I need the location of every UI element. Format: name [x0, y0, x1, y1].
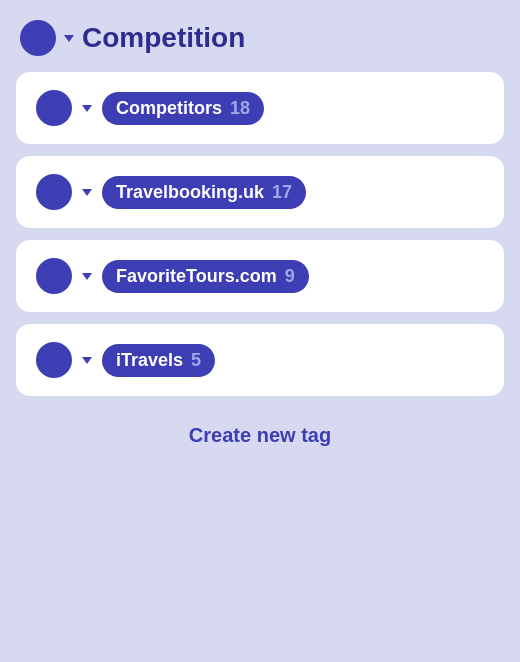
- page-header: Competition: [16, 20, 245, 56]
- tag-label: FavoriteTours.com: [116, 266, 277, 287]
- tag-count: 9: [285, 266, 295, 287]
- tag-badge[interactable]: iTravels5: [102, 344, 215, 377]
- tag-card: Travelbooking.uk17: [16, 156, 504, 228]
- tag-badge[interactable]: FavoriteTours.com9: [102, 260, 309, 293]
- card-dot-icon: [36, 90, 72, 126]
- page-title: Competition: [82, 22, 245, 54]
- tag-badge[interactable]: Travelbooking.uk17: [102, 176, 306, 209]
- tag-count: 18: [230, 98, 250, 119]
- tag-count: 17: [272, 182, 292, 203]
- tag-label: iTravels: [116, 350, 183, 371]
- card-chevron-icon[interactable]: [82, 105, 92, 112]
- header-dot-icon: [20, 20, 56, 56]
- tags-list: Competitors18Travelbooking.uk17FavoriteT…: [16, 72, 504, 408]
- card-chevron-icon[interactable]: [82, 357, 92, 364]
- tag-label: Competitors: [116, 98, 222, 119]
- card-dot-icon: [36, 174, 72, 210]
- card-dot-icon: [36, 258, 72, 294]
- tag-card: iTravels5: [16, 324, 504, 396]
- tag-count: 5: [191, 350, 201, 371]
- tag-card: Competitors18: [16, 72, 504, 144]
- tag-card: FavoriteTours.com9: [16, 240, 504, 312]
- header-chevron-icon[interactable]: [64, 35, 74, 42]
- card-dot-icon: [36, 342, 72, 378]
- create-new-tag-button[interactable]: Create new tag: [16, 424, 504, 447]
- tag-badge[interactable]: Competitors18: [102, 92, 264, 125]
- tag-label: Travelbooking.uk: [116, 182, 264, 203]
- card-chevron-icon[interactable]: [82, 189, 92, 196]
- card-chevron-icon[interactable]: [82, 273, 92, 280]
